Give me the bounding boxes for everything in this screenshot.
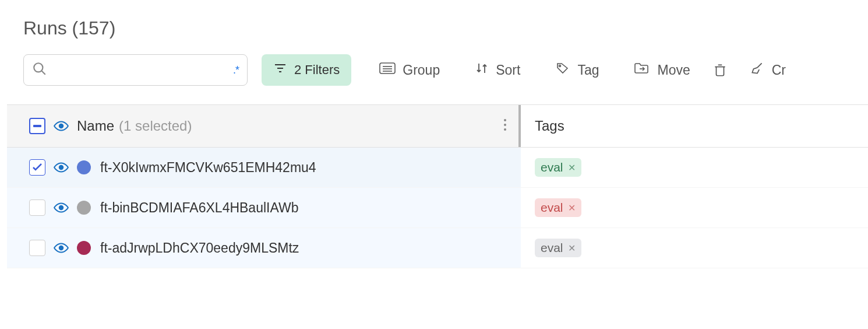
tags-column-label: Tags: [535, 118, 564, 134]
run-name[interactable]: ft-binBCDMIAFA6XL4HBaulIAWb: [100, 200, 298, 216]
svg-point-14: [59, 166, 63, 170]
svg-point-16: [59, 246, 63, 250]
name-cell[interactable]: ft-X0kIwmxFMCVKw651EMH42mu4: [7, 148, 521, 187]
remove-tag-icon[interactable]: ✕: [568, 162, 576, 173]
move-icon: [634, 61, 650, 79]
filters-label: 2 Filters: [294, 62, 340, 78]
tag-button[interactable]: Tag: [551, 58, 604, 82]
filters-button[interactable]: 2 Filters: [262, 54, 351, 86]
filter-icon: [273, 61, 287, 79]
broom-icon: [750, 61, 765, 79]
move-button[interactable]: Move: [629, 58, 694, 82]
page-title: Runs (157): [23, 18, 868, 39]
svg-point-9: [559, 65, 561, 67]
table-body: ft-X0kIwmxFMCVKw651EMH42mu4eval✕ft-binBC…: [7, 148, 868, 268]
sort-icon: [475, 61, 489, 79]
trash-button[interactable]: [709, 58, 731, 82]
row-checkbox[interactable]: [29, 200, 45, 216]
select-all-checkbox[interactable]: [29, 118, 45, 134]
svg-point-0: [34, 63, 43, 72]
visibility-toggle[interactable]: [54, 202, 69, 214]
svg-point-10: [59, 124, 63, 128]
sort-button[interactable]: Sort: [470, 58, 525, 82]
svg-rect-5: [380, 63, 395, 74]
name-cell[interactable]: ft-binBCDMIAFA6XL4HBaulIAWb: [7, 188, 521, 228]
remove-tag-icon[interactable]: ✕: [568, 243, 576, 254]
run-name[interactable]: ft-X0kIwmxFMCVKw651EMH42mu4: [100, 160, 316, 176]
tag-chip[interactable]: eval✕: [535, 239, 581, 257]
visibility-toggle-all[interactable]: [54, 120, 69, 132]
create-label: Cr: [772, 62, 786, 78]
table-row: ft-binBCDMIAFA6XL4HBaulIAWbeval✕: [7, 188, 868, 228]
tag-chip[interactable]: eval✕: [535, 158, 581, 177]
tag-chip[interactable]: eval✕: [535, 198, 581, 217]
search-icon: [32, 61, 47, 79]
run-name[interactable]: ft-adJrwpLDhCX70eedy9MLSMtz: [100, 240, 299, 256]
sort-label: Sort: [496, 62, 520, 78]
table-header: Name (1 selected) Tags: [7, 104, 868, 148]
remove-tag-icon[interactable]: ✕: [568, 202, 576, 214]
group-button[interactable]: Group: [375, 58, 444, 82]
table-row: ft-adJrwpLDhCX70eedy9MLSMtzeval✕: [7, 228, 868, 268]
row-checkbox[interactable]: [29, 240, 45, 256]
run-color-dot: [77, 160, 91, 174]
tag-text: eval: [541, 160, 563, 174]
move-label: Move: [657, 62, 690, 78]
tag-text: eval: [541, 201, 563, 215]
row-checkbox[interactable]: [29, 159, 45, 176]
tags-cell: eval✕: [521, 228, 868, 268]
column-menu-button[interactable]: [503, 118, 507, 134]
toolbar: .* 2 Filters Group Sort Tag: [23, 54, 868, 86]
svg-point-12: [504, 124, 506, 126]
svg-point-11: [504, 119, 506, 121]
visibility-toggle[interactable]: [54, 162, 69, 173]
tags-cell: eval✕: [521, 188, 868, 228]
group-icon: [379, 61, 396, 79]
run-color-dot: [77, 241, 91, 255]
visibility-toggle[interactable]: [54, 242, 69, 254]
regex-icon[interactable]: .*: [233, 64, 239, 76]
tag-icon: [555, 61, 570, 79]
create-button[interactable]: Cr: [745, 57, 791, 83]
tag-text: eval: [541, 241, 563, 255]
svg-point-13: [504, 128, 506, 131]
table-row: ft-X0kIwmxFMCVKw651EMH42mu4eval✕: [7, 148, 868, 188]
svg-point-15: [59, 206, 63, 210]
search-input[interactable]: .*: [23, 54, 248, 86]
name-column-header: Name (1 selected): [7, 105, 521, 147]
name-column-label: Name: [77, 118, 114, 134]
selection-count: (1 selected): [119, 118, 192, 134]
group-label: Group: [403, 62, 440, 78]
name-cell[interactable]: ft-adJrwpLDhCX70eedy9MLSMtz: [7, 228, 521, 268]
svg-line-1: [41, 71, 45, 75]
tags-column-header: Tags: [521, 105, 868, 147]
tags-cell: eval✕: [521, 148, 868, 187]
tag-label: Tag: [577, 62, 599, 78]
run-color-dot: [77, 201, 91, 215]
